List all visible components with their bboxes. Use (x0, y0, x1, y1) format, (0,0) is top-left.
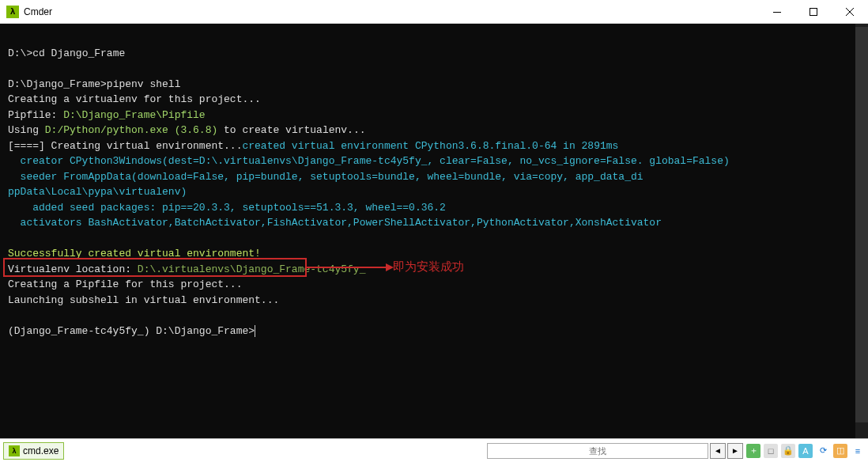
output-line: seeder FromAppData(download=False, pip=b… (8, 169, 860, 185)
title-bar: λ Cmder (0, 0, 868, 24)
console-tab[interactable]: λ cmd.exe (3, 442, 64, 460)
output-text: to create virtualenv... (217, 124, 365, 136)
status-bar: λ cmd.exe ◄ ► ＋ □ 🔒 A ⟳ ◫ ≡ (0, 438, 868, 462)
search-next-button[interactable]: ► (727, 443, 743, 459)
output-line: Creating a virtualenv for this project..… (8, 92, 860, 108)
command-text: pipenv shell (107, 78, 181, 90)
plus-icon[interactable]: □ (764, 444, 778, 458)
output-line: Creating a Pipfile for this project... (8, 277, 860, 293)
prompt: D:\> (8, 47, 32, 59)
output-text: created virtual environment CPython3.6.8… (242, 140, 618, 152)
output-version: (3.6.8) (168, 124, 217, 136)
window-title: Cmder (24, 6, 759, 17)
prompt: (Django_Frame-tc4y5fy_) D:\Django_Frame> (8, 325, 255, 337)
svg-rect-0 (773, 12, 781, 13)
scrollbar-thumb[interactable] (855, 27, 868, 422)
search-prev-button[interactable]: ◄ (710, 443, 726, 459)
output-path: D:\Django_Frame\Pipfile (63, 109, 205, 121)
lock-icon[interactable]: 🔒 (781, 444, 795, 458)
annotation-text: 即为安装成功 (393, 259, 464, 275)
menu-icon[interactable]: ≡ (851, 444, 865, 458)
output-line: added seed packages: pip==20.3.3, setupt… (8, 200, 860, 216)
split-icon[interactable]: ◫ (833, 444, 847, 458)
output-line: ppData\Local\pypa\virtualenv) (8, 184, 860, 200)
cursor (255, 325, 255, 337)
annotation-highlight-box (3, 258, 307, 277)
refresh-icon[interactable]: ⟳ (816, 444, 830, 458)
progress-bar: [====] (8, 140, 51, 152)
annotation-arrow (307, 259, 394, 275)
new-tab-button[interactable]: ＋ (746, 444, 760, 458)
output-line: Launching subshell in virtual environmen… (8, 293, 860, 309)
command-text: cd Django_Frame (32, 47, 125, 59)
case-icon[interactable]: A (798, 444, 813, 458)
output-text: Creating virtual environment... (51, 140, 243, 152)
svg-rect-1 (810, 9, 817, 16)
output-text: Using (8, 124, 45, 136)
minimize-button[interactable] (759, 0, 795, 24)
tab-label: cmd.exe (23, 445, 58, 456)
output-path: D:/Python/python.exe (45, 124, 168, 136)
scrollbar[interactable] (855, 24, 868, 438)
maximize-button[interactable] (795, 0, 832, 24)
search-input[interactable] (487, 443, 708, 459)
prompt: D:\Django_Frame> (8, 78, 107, 90)
app-icon: λ (6, 6, 19, 18)
close-button[interactable] (832, 0, 868, 24)
output-line: activators BashActivator,BatchActivator,… (8, 215, 860, 231)
output-line: creator CPython3Windows(dest=D:\.virtual… (8, 153, 860, 169)
output-label: Pipfile: (8, 109, 63, 121)
tab-icon: λ (9, 445, 20, 456)
window-controls (759, 0, 868, 23)
terminal-output[interactable]: D:\>cd Django_Frame D:\Django_Frame>pipe… (0, 24, 868, 438)
